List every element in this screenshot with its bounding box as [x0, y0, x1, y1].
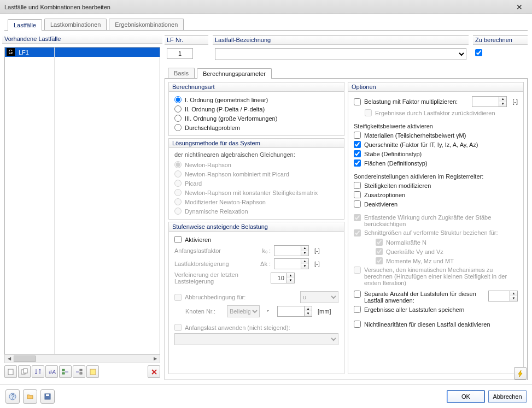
open-button[interactable]: [23, 389, 37, 404]
opt-sep[interactable]: [354, 291, 361, 298]
solver-opt-2-label: Newton-Raphson kombiniert mit Picard: [185, 171, 289, 178]
opt-extra[interactable]: [354, 191, 361, 198]
calc-opt-3-label: III. Ordnung (große Verformungen): [185, 115, 277, 122]
unit-none-2: [-]: [314, 261, 320, 267]
opt-save[interactable]: [354, 306, 361, 313]
left-header: Vorhandene Lastfälle: [2, 34, 162, 44]
lightning-button[interactable]: [514, 367, 527, 380]
help-button[interactable]: ?: [5, 389, 20, 404]
svg-rect-12: [46, 394, 49, 396]
calc-opt-1[interactable]: [174, 96, 182, 103]
opt-mat[interactable]: [354, 132, 361, 139]
opt-mult-input: [472, 96, 499, 107]
include-button[interactable]: [59, 365, 72, 378]
tab-basis[interactable]: Basis: [168, 68, 195, 78]
opt-relief-label: Entlastende Wirkung durch Zugkräfte der …: [364, 214, 518, 227]
incr-fieldset: Stufenweise ansteigende Belastung Aktivi…: [168, 222, 344, 374]
opt-mat-label: Materialien (Teilsicherheitsbeiwert γM): [364, 132, 466, 139]
incr-node-label: Knoten Nr.:: [185, 308, 224, 315]
bez-select[interactable]: [215, 48, 466, 60]
cancel-button[interactable]: Abbrechen: [488, 390, 527, 403]
solver-opt-6-label: Dynamische Relaxation: [185, 208, 248, 215]
new-button[interactable]: [4, 365, 17, 378]
opt-planes[interactable]: [354, 159, 361, 167]
incr-initload: [174, 324, 182, 331]
loadcase-list[interactable]: G LF1: [4, 47, 160, 354]
zub-label: Zu berechnen: [473, 36, 528, 45]
stiff-header: Steifigkeitsbeiwerte aktivieren: [354, 123, 518, 129]
list-divider: [54, 48, 55, 354]
save-button[interactable]: [40, 389, 55, 404]
incr-p1-input: [274, 245, 301, 256]
window-title: Lastfälle und Kombinationen bearbeiten: [4, 4, 110, 10]
ok-button[interactable]: OK: [447, 390, 485, 403]
calc-opt-2[interactable]: [174, 105, 182, 113]
list-item[interactable]: G LF1: [5, 48, 160, 57]
copy-button[interactable]: [18, 365, 31, 378]
tab-lastfaelle[interactable]: Lastfälle: [8, 19, 42, 31]
calc-opt-1-label: I. Ordnung (geometrisch linear): [185, 97, 268, 103]
incr-stop: [174, 294, 182, 301]
delete-button[interactable]: [148, 365, 160, 378]
incr-p2-label: Lastfaktorsteigerung: [174, 261, 251, 267]
solver-opt-3-label: Picard: [185, 180, 202, 187]
opt-divback-label: Ergebnisse durch Lastfaktor zurückdividi…: [375, 110, 495, 116]
incr-p3-input: [271, 273, 287, 283]
h-scrollbar[interactable]: ◀ ▶: [4, 354, 160, 363]
opt-internal: [354, 229, 361, 236]
incr-initload-label: Anfangslast anwenden (nicht steigend):: [185, 324, 290, 331]
incr-node-select: Beliebig: [227, 305, 260, 317]
options-header: Optionen: [348, 82, 523, 92]
svg-text:?: ?: [11, 393, 15, 400]
sort-button[interactable]: [32, 365, 44, 378]
opt-mult[interactable]: [354, 98, 361, 105]
opt-divback: [365, 109, 372, 116]
special-header: Sondereinstellungen aktivieren im Regist…: [354, 173, 518, 180]
opt-modstiff[interactable]: [354, 182, 361, 189]
scroll-right-icon[interactable]: ▶: [151, 355, 160, 363]
options-fieldset: Optionen Belastung mit Faktor multiplizi…: [348, 82, 524, 374]
tab-lastkombinationen[interactable]: Lastkombinationen: [44, 19, 107, 30]
opt-deact-label: Deaktivieren: [364, 201, 397, 208]
opt-sep-input: [488, 291, 510, 301]
solver-opt-1: [174, 161, 182, 168]
tab-ergebniskombinationen[interactable]: Ergebniskombinationen: [109, 19, 184, 30]
opt-save-label: Ergebnisse aller Laststufen speichern: [364, 306, 464, 313]
opt-m: [376, 257, 383, 264]
svg-rect-0: [8, 369, 13, 375]
svg-rect-5: [62, 372, 65, 374]
main-tabs: Lastfälle Lastkombinationen Ergebniskomb…: [4, 19, 528, 31]
calc-opt-3[interactable]: [174, 115, 182, 122]
opt-mult-label: Belastung mit Faktor multiplizieren:: [364, 98, 458, 105]
opt-deact[interactable]: [354, 200, 361, 208]
opt-v-label: Querkräfte Vy and Vz: [386, 249, 443, 255]
calc-opt-4-label: Durchschlagproblem: [185, 125, 240, 131]
scroll-thumb[interactable]: [14, 356, 36, 362]
svg-text:#A: #A: [49, 369, 56, 375]
incr-activate[interactable]: [174, 236, 182, 243]
incr-initload-select: [174, 333, 338, 345]
select-all-button[interactable]: [86, 365, 99, 378]
opt-planes-label: Flächen (Definitionstyp): [364, 160, 428, 167]
renumber-button[interactable]: #A: [45, 365, 58, 378]
solver-opt-2: [174, 170, 182, 178]
incr-p3-label: Verfeinerung der letzten Laststeigerung: [174, 271, 267, 285]
exclude-button[interactable]: [73, 365, 85, 378]
opt-m-label: Momente My, Mz und MT: [386, 258, 454, 264]
solver-opt-5-label: Modifizierter Newton-Raphson: [185, 199, 266, 205]
incr-header: Stufenweise ansteigende Belastung: [169, 222, 344, 232]
close-icon[interactable]: ✕: [511, 2, 528, 13]
tab-berechnungsparameter[interactable]: Berechnungsparameter: [197, 68, 272, 79]
footer: ? OK Abbrechen: [0, 385, 532, 408]
zub-checkbox[interactable]: [475, 49, 482, 56]
bez-label: Lastfall-Bezeichnung: [213, 36, 469, 45]
solver-opt-4-label: Newton-Raphson mit konstanter Steifigkei…: [185, 190, 318, 196]
opt-cross[interactable]: [354, 141, 361, 148]
calc-opt-4[interactable]: [174, 124, 182, 131]
titlebar: Lastfälle und Kombinationen bearbeiten ✕: [0, 0, 532, 14]
lfnr-input[interactable]: [167, 48, 193, 59]
scroll-left-icon[interactable]: ◀: [5, 355, 14, 363]
pick-node-button: [263, 306, 274, 317]
opt-bars[interactable]: [354, 150, 361, 157]
opt-nonlin[interactable]: [354, 321, 361, 328]
